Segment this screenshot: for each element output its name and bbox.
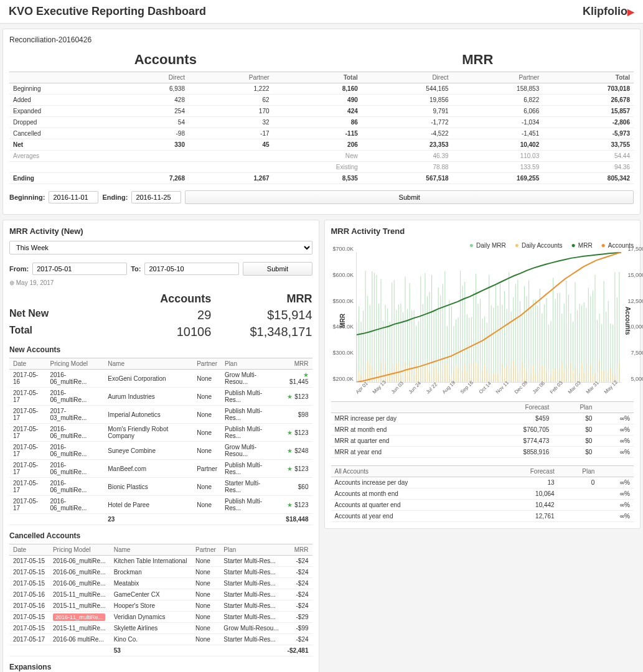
trend-chart: MRR Accounts $200.0K$300.0K$400.0K$500.0… xyxy=(356,252,622,383)
page-title: KVO Executive Reporting Dashboard xyxy=(9,5,206,18)
table-row[interactable]: 2017-05-162015-11_multiRe...GameCenter C… xyxy=(9,589,312,600)
table-row[interactable]: 2017-05-172016-06_multiRe...Mom's Friend… xyxy=(9,424,312,442)
mrr-trend-panel: MRR Activity Trend Daily MRR Daily Accou… xyxy=(324,220,641,529)
table-row[interactable]: 2017-05-172017-03_multiRe...Imperial Aut… xyxy=(9,406,312,424)
asof-date: May 19, 2017 xyxy=(16,279,54,286)
legend-daily-accounts: Daily Accounts xyxy=(515,241,563,250)
table-row[interactable]: 2017-05-172016-06 multiRe...Kino Co.None… xyxy=(9,634,312,645)
new-accounts-table: DatePricing ModelNamePartnerPlanMRR2017-… xyxy=(9,358,312,525)
expansions-title: Expansions xyxy=(9,663,312,671)
cancelled-accounts-title: Cancelled Accounts xyxy=(9,531,312,540)
mrr-heading: MRR xyxy=(322,48,634,72)
table-row[interactable]: 2017-05-172016-06_multiRe...Hotel de Par… xyxy=(9,496,312,514)
activity-submit-button[interactable]: Submit xyxy=(243,262,312,276)
y-axis-right-label: Accounts xyxy=(625,306,632,335)
reconciliation-panel: Reconciliation-20160426 Accounts MRR Dir… xyxy=(2,29,641,215)
table-row[interactable]: 2017-05-162015-11_multiRe...Hooper's Sto… xyxy=(9,600,312,612)
table-row[interactable]: 2017-05-172016-06_multiRe...Aurum Indust… xyxy=(9,388,312,406)
table-row[interactable]: 2017-05-152016-06_multiRe...BrockmanNone… xyxy=(9,567,312,578)
table-row[interactable]: 2017-05-162016-06_multiRe...ExoGeni Corp… xyxy=(9,370,312,388)
brand-logo: Klipfolio▶ xyxy=(583,5,634,18)
to-input[interactable] xyxy=(144,263,239,275)
table-row[interactable]: 2017-05-152015-11_multiRe...Skylette Air… xyxy=(9,623,312,634)
accounts-heading: Accounts xyxy=(9,48,322,72)
table-row[interactable]: 2017-05-172016-06_multiRe...Suneye Combi… xyxy=(9,442,312,460)
reconciliation-table: DirectPartnerTotalDirectPartnerTotal Beg… xyxy=(9,72,634,184)
table-row[interactable]: 2017-05-152016-11_multiRe...Veridian Dyn… xyxy=(9,612,312,623)
legend-daily-mrr: Daily MRR xyxy=(469,241,506,250)
legend-mrr: MRR xyxy=(571,241,593,250)
recon-submit-button[interactable]: Submit xyxy=(185,190,634,204)
mrr-activity-panel: MRR Activity (New) This Week From: To: S… xyxy=(2,220,319,672)
chart-legend: Daily MRR Daily Accounts MRR Accounts xyxy=(331,241,634,250)
from-label: From: xyxy=(9,265,29,273)
beginning-label: Beginning: xyxy=(9,194,45,201)
activity-title: MRR Activity (New) xyxy=(9,226,312,236)
to-label: To: xyxy=(131,265,141,273)
total-mrr: $1,348,171 xyxy=(211,325,312,339)
netnew-label: Net New xyxy=(9,308,110,322)
total-accounts: 10106 xyxy=(110,325,211,339)
from-input[interactable] xyxy=(32,263,127,275)
app-header: KVO Executive Reporting Dashboard Klipfo… xyxy=(0,0,643,24)
ending-input[interactable] xyxy=(131,191,181,203)
netnew-mrr: $15,914 xyxy=(211,308,312,322)
ending-label: Ending: xyxy=(102,194,128,201)
summary-accounts-header: Accounts xyxy=(110,292,211,306)
table-row[interactable]: 2017-05-152016-06_multiRe...Kitchen Tabl… xyxy=(9,556,312,567)
summary-mrr-header: MRR xyxy=(211,292,312,306)
forecast-table: ForecastPlanMRR increase per day$459$0∞%… xyxy=(331,401,634,458)
cancelled-accounts-table: DatePricing ModelNamePartnerPlanMRR2017-… xyxy=(9,544,312,656)
new-accounts-title: New Accounts xyxy=(9,345,312,354)
beginning-input[interactable] xyxy=(49,191,98,203)
activity-range-select[interactable]: This Week xyxy=(9,241,312,254)
trend-title: MRR Activity Trend xyxy=(331,226,634,236)
total-label: Total xyxy=(9,325,110,339)
netnew-accounts: 29 xyxy=(110,308,211,322)
table-row[interactable]: 2017-05-152016-06_multiRe...MeatabixNone… xyxy=(9,578,312,589)
clock-icon: ⊕ xyxy=(9,279,14,286)
accounts-forecast-table: All AccountsForecastPlanAccounts increas… xyxy=(331,465,634,522)
table-row[interactable]: 2017-05-172016-06_multiRe...Bionic Plast… xyxy=(9,478,312,496)
table-row[interactable]: 2017-05-172016-06_multiRe...ManBeef.comP… xyxy=(9,460,312,478)
recon-subtitle: Reconciliation-20160426 xyxy=(9,35,634,44)
